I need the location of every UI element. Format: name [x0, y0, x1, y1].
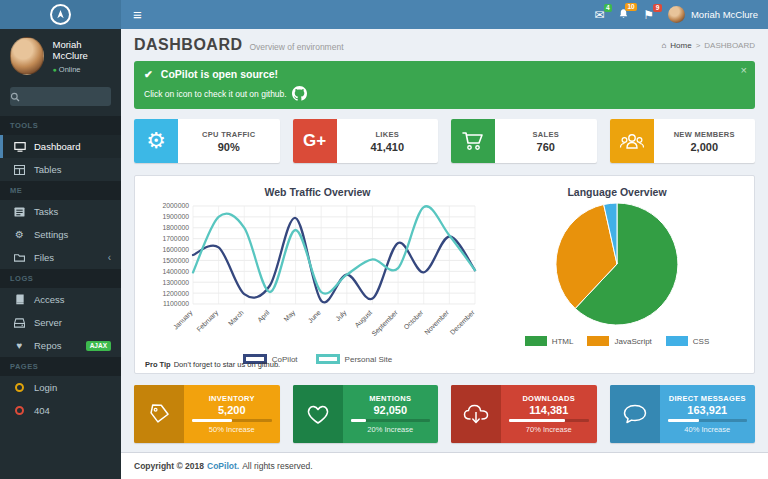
- search-icon[interactable]: [10, 87, 20, 106]
- legend-label: JavaScript: [614, 337, 651, 346]
- sidebar-search-input[interactable]: [20, 87, 111, 106]
- content-header: DASHBOARD Overview of environment ⌂ Home…: [121, 29, 768, 59]
- copilot-logo-icon: [50, 4, 71, 25]
- gear-icon: ⚙: [134, 119, 178, 163]
- close-icon[interactable]: ×: [741, 64, 747, 76]
- web-traffic-line-chart: 1100000120000013000001400000150000016000…: [145, 198, 490, 358]
- sidebar-item-repos[interactable]: ♥ Repos AJAX: [0, 334, 121, 357]
- info-box-likes: G+ LIKES 41,410: [293, 119, 439, 163]
- progress-bar: [668, 419, 700, 422]
- progress-bar: [192, 419, 232, 422]
- sidebar-item-dashboard[interactable]: Dashboard: [0, 135, 121, 158]
- sidebar-item-tasks[interactable]: Tasks: [0, 200, 121, 223]
- notifications-menu[interactable]: 10: [618, 8, 629, 22]
- user-name: Moriah McClure: [691, 9, 758, 20]
- info-box-label: SALES: [532, 130, 559, 139]
- info-box-label: LIKES: [375, 130, 399, 139]
- page-title: DASHBOARD: [134, 36, 243, 54]
- footer-brand-link[interactable]: CoPilot.: [207, 461, 239, 471]
- svg-text:1600000: 1600000: [163, 246, 190, 253]
- svg-text:June: June: [307, 309, 323, 325]
- svg-text:December: December: [449, 308, 477, 336]
- sidebar-item-label: Login: [34, 382, 57, 393]
- breadcrumb-current: DASHBOARD: [704, 41, 755, 50]
- navbar-right: ✉ 4 10 ⚑ 9 Moriah McClure: [594, 0, 768, 29]
- sidebar-item-login[interactable]: Login: [0, 376, 121, 399]
- svg-text:April: April: [256, 308, 272, 324]
- cart-icon: [451, 119, 495, 163]
- sidebar-section-tools: TOOLS: [0, 116, 121, 135]
- chevron-left-icon: ‹: [108, 252, 111, 263]
- stat-box-direct-messages: DIRECT MESSAGES 163,921 40% Increase: [610, 385, 756, 443]
- sidebar-item-tables[interactable]: Tables: [0, 158, 121, 181]
- stat-box-footer: 20% Increase: [367, 425, 413, 434]
- info-box-value: 90%: [218, 141, 240, 153]
- svg-text:September: September: [370, 308, 400, 338]
- sidebar-item-label: Dashboard: [34, 141, 80, 152]
- sidebar-toggle-button[interactable]: ≡: [121, 0, 154, 29]
- ajax-badge: AJAX: [86, 341, 111, 351]
- top-navbar: ≡ ✉ 4 10 ⚑ 9 Moriah McClure: [0, 0, 768, 29]
- google-plus-icon: G+: [293, 119, 337, 163]
- envelope-icon: ✉: [594, 8, 604, 22]
- info-box-label: NEW MEMBERS: [674, 130, 735, 139]
- legend-label: CSS: [693, 337, 709, 346]
- circle-o-red-icon: [13, 406, 26, 415]
- sidebar-item-files[interactable]: Files ‹: [0, 246, 121, 269]
- progress-bar: [351, 419, 367, 422]
- info-box-value: 41,410: [370, 141, 404, 153]
- svg-text:1500000: 1500000: [163, 257, 190, 264]
- pro-tip: Pro TipDon't forget to star us on github…: [145, 360, 280, 369]
- gear-icon: ⚙: [13, 229, 26, 240]
- dashboard-icon: [13, 142, 26, 152]
- main-content: DASHBOARD Overview of environment ⌂ Home…: [121, 29, 768, 479]
- sidebar-user-status: ● Online: [52, 65, 113, 74]
- sidebar-item-404[interactable]: 404: [0, 399, 121, 422]
- sidebar-item-label: Repos: [34, 340, 61, 351]
- info-box-row: ⚙ CPU TRAFFIC 90% G+ LIKES 41,410 SALES …: [134, 119, 755, 163]
- legend-swatch: [316, 354, 340, 364]
- server-icon: [13, 318, 26, 328]
- folder-icon: [13, 253, 26, 262]
- sidebar-item-label: 404: [34, 405, 50, 416]
- breadcrumb: ⌂ Home > DASHBOARD: [661, 41, 755, 50]
- avatar: [668, 6, 685, 23]
- user-menu[interactable]: Moriah McClure: [668, 6, 758, 23]
- breadcrumb-home-link[interactable]: Home: [670, 41, 691, 50]
- stat-box-value: 5,200: [218, 404, 246, 416]
- tag-icon: [134, 385, 184, 443]
- svg-text:1700000: 1700000: [163, 235, 190, 242]
- alert-title: CoPilot is open source!: [161, 68, 278, 80]
- tasks-icon: [13, 207, 26, 217]
- cloud-download-icon: [451, 385, 501, 443]
- pie-chart-legend: HTML JavaScript CSS: [490, 336, 744, 346]
- footer-copyright: Copyright © 2018: [134, 461, 204, 471]
- pie-chart-title: Language Overview: [490, 186, 744, 198]
- sidebar-item-settings[interactable]: ⚙ Settings: [0, 223, 121, 246]
- github-icon[interactable]: [292, 86, 307, 101]
- flags-menu[interactable]: ⚑ 9: [643, 9, 654, 21]
- info-box-sales: SALES 760: [451, 119, 597, 163]
- book-icon: [13, 294, 26, 305]
- users-icon: [610, 119, 654, 163]
- sidebar: Moriah McClure ● Online TOOLS Dashboard …: [0, 29, 121, 479]
- app-logo[interactable]: [0, 0, 121, 29]
- svg-text:1400000: 1400000: [163, 268, 190, 275]
- info-box-cpu-traffic: ⚙ CPU TRAFFIC 90%: [134, 119, 280, 163]
- table-icon: [13, 165, 26, 175]
- messages-menu[interactable]: ✉ 4: [594, 9, 604, 21]
- open-source-alert: ✔ CoPilot is open source! Click on icon …: [134, 61, 755, 109]
- sidebar-item-label: Settings: [34, 229, 68, 240]
- sidebar-section-me: ME: [0, 181, 121, 200]
- check-icon: ✔: [144, 68, 153, 80]
- stat-box-label: MENTIONS: [369, 394, 411, 403]
- alert-message: Click on icon to check it out on github.: [144, 89, 287, 99]
- sidebar-item-access[interactable]: Access: [0, 288, 121, 311]
- stat-box-footer: 70% Increase: [526, 425, 572, 434]
- page-subtitle: Overview of environment: [250, 38, 344, 52]
- stat-box-value: 92,050: [373, 404, 407, 416]
- sidebar-item-server[interactable]: Server: [0, 311, 121, 334]
- notifications-badge: 10: [625, 3, 637, 12]
- legend-swatch: [666, 336, 688, 346]
- legend-label: HTML: [552, 337, 574, 346]
